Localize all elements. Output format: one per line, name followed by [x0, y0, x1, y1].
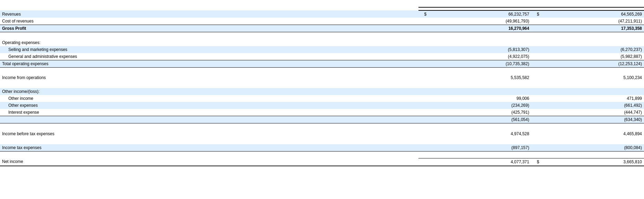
row-val-2021: (800,084) — [531, 144, 644, 152]
table-row — [0, 36, 644, 39]
year-2022 — [418, 7, 531, 10]
row-val-2021 — [531, 39, 644, 46]
table-row — [0, 85, 644, 88]
row-val-2022: $66,232,757 — [418, 10, 531, 18]
row-val-2021: (47,211,911) — [531, 18, 644, 25]
dollar-sign-2022: $ — [421, 12, 426, 17]
row-val-2022: (5,813,307) — [418, 46, 531, 53]
row-val-2022: (4,922,075) — [418, 53, 531, 60]
val-2021: 64,565,269 — [621, 12, 642, 17]
row-val-2021: 471,899 — [531, 95, 644, 102]
val-2021: 3,665,810 — [624, 159, 642, 164]
header-subtitle-empty — [0, 5, 418, 7]
row-val-2022: (897,157) — [418, 144, 531, 152]
table-row: Total operating expenses(10,735,382)(12,… — [0, 60, 644, 67]
row-val-2022: (10,735,382) — [418, 60, 531, 67]
row-label: Net income — [0, 158, 418, 166]
row-val-2021: (661,492) — [531, 102, 644, 109]
row-label: Gross Profit — [0, 25, 418, 32]
row-val-2022: (234,269) — [418, 102, 531, 109]
table-row: General and administrative expenses(4,92… — [0, 53, 644, 60]
table-row: Gross Profit16,270,96417,353,358 — [0, 25, 644, 32]
row-val-2021: 17,353,358 — [531, 25, 644, 32]
val-2022: 66,232,757 — [508, 12, 529, 17]
year-header-empty — [0, 7, 418, 10]
row-label: Interest expense — [0, 109, 418, 116]
row-val-2021: $64,565,269 — [531, 10, 644, 18]
row-label: Other income/(loss): — [0, 88, 418, 95]
row-label: Income before tax expenses — [0, 130, 418, 137]
row-val-2021: 5,100,234 — [531, 74, 644, 81]
row-label: Operating expenses: — [0, 39, 418, 46]
row-val-2021: (6,270,237) — [531, 46, 644, 53]
row-val-2022: 5,535,582 — [418, 74, 531, 81]
table-row: Cost of revenues(49,961,793)(47,211,911) — [0, 18, 644, 25]
header-subtitle-row — [0, 5, 644, 7]
table-row — [0, 155, 644, 158]
table-row: (561,054)(634,340) — [0, 116, 644, 123]
year-header-row — [0, 7, 644, 10]
table-row: Income tax expenses(897,157)(800,084) — [0, 144, 644, 152]
table-row: Net income4,077,371$3,665,810 — [0, 158, 644, 166]
table-row — [0, 127, 644, 130]
table-row — [0, 141, 644, 144]
row-val-2021: (12,253,124) — [531, 60, 644, 67]
table-row: Revenues$66,232,757$64,565,269 — [0, 10, 644, 18]
table-row: Other expenses(234,269)(661,492) — [0, 102, 644, 109]
row-val-2022: (561,054) — [418, 116, 531, 123]
table-row: Interest expense(425,791)(444,747) — [0, 109, 644, 116]
header-subtitle — [418, 5, 531, 7]
row-val-2021: $3,665,810 — [531, 158, 644, 166]
table-row: Income before tax expenses4,974,5284,465… — [0, 130, 644, 137]
row-label: Cost of revenues — [0, 18, 418, 25]
table-row: Operating expenses: — [0, 39, 644, 46]
table-row: Other income/(loss): — [0, 88, 644, 95]
header-subtitle-2 — [531, 5, 644, 7]
row-val-2021: (444,747) — [531, 109, 644, 116]
table-row: Selling and marketing expenses(5,813,307… — [0, 46, 644, 53]
row-val-2021 — [531, 88, 644, 95]
table-row: Other income99,006471,899 — [0, 95, 644, 102]
row-label: General and administrative expenses — [0, 53, 418, 60]
row-label: Income from operations — [0, 74, 418, 81]
row-val-2022 — [418, 39, 531, 46]
row-val-2022: 99,006 — [418, 95, 531, 102]
row-val-2022: 16,270,964 — [418, 25, 531, 32]
row-val-2021: (634,340) — [531, 116, 644, 123]
row-label: Total operating expenses — [0, 60, 418, 67]
financial-statement: Revenues$66,232,757$64,565,269Cost of re… — [0, 0, 644, 199]
row-label: Revenues — [0, 10, 418, 18]
year-2021 — [531, 7, 644, 10]
row-label: Other income — [0, 95, 418, 102]
row-val-2022 — [418, 88, 531, 95]
row-val-2021: (5,982,887) — [531, 53, 644, 60]
table-row — [0, 71, 644, 74]
dollar-sign-2021: $ — [533, 159, 539, 164]
dollar-sign-2021: $ — [533, 12, 539, 17]
row-val-2022: (425,791) — [418, 109, 531, 116]
row-val-2022: (49,961,793) — [418, 18, 531, 25]
row-val-2021: 4,465,894 — [531, 130, 644, 137]
row-label: Income tax expenses — [0, 144, 418, 152]
row-label — [0, 116, 418, 123]
income-statement-table: Revenues$66,232,757$64,565,269Cost of re… — [0, 3, 644, 166]
table-row: Income from operations5,535,5825,100,234 — [0, 74, 644, 81]
row-val-2022: 4,974,528 — [418, 130, 531, 137]
row-val-2022: 4,077,371 — [418, 158, 531, 166]
row-label: Selling and marketing expenses — [0, 46, 418, 53]
row-label: Other expenses — [0, 102, 418, 109]
table-body: Revenues$66,232,757$64,565,269Cost of re… — [0, 10, 644, 166]
